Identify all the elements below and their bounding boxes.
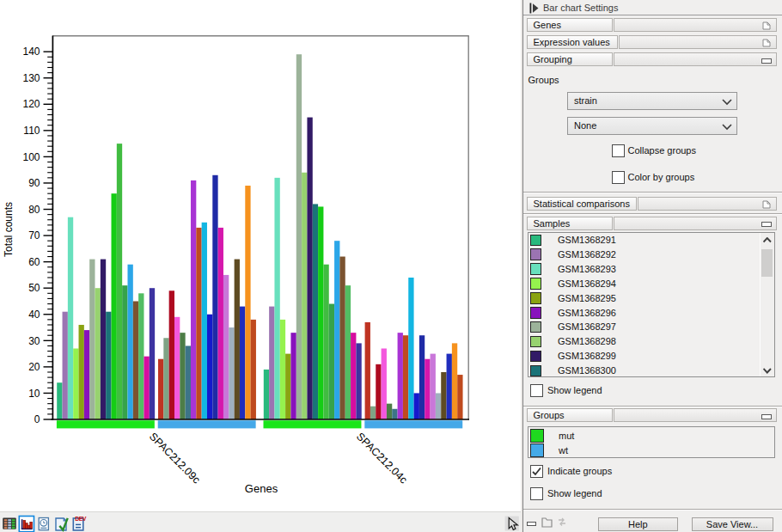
svg-text:140: 140	[22, 46, 40, 58]
svg-text:110: 110	[23, 125, 40, 137]
svg-text:90: 90	[28, 177, 40, 189]
svg-text:130: 130	[22, 72, 40, 84]
svg-text:30: 30	[28, 335, 40, 347]
svg-text:20: 20	[28, 361, 40, 373]
svg-text:60: 60	[28, 256, 40, 268]
svg-text:50: 50	[28, 282, 40, 294]
svg-text:0: 0	[34, 413, 40, 425]
svg-text:DEV: DEV	[75, 516, 86, 522]
svg-text:40: 40	[28, 309, 40, 321]
svg-text:80: 80	[28, 204, 40, 216]
svg-text:10: 10	[28, 388, 40, 400]
svg-text:70: 70	[28, 229, 40, 242]
svg-text:Genes: Genes	[245, 482, 278, 495]
svg-text:Total counts: Total counts	[3, 202, 15, 257]
svg-text:100: 100	[22, 151, 40, 163]
svg-text:120: 120	[22, 98, 40, 110]
